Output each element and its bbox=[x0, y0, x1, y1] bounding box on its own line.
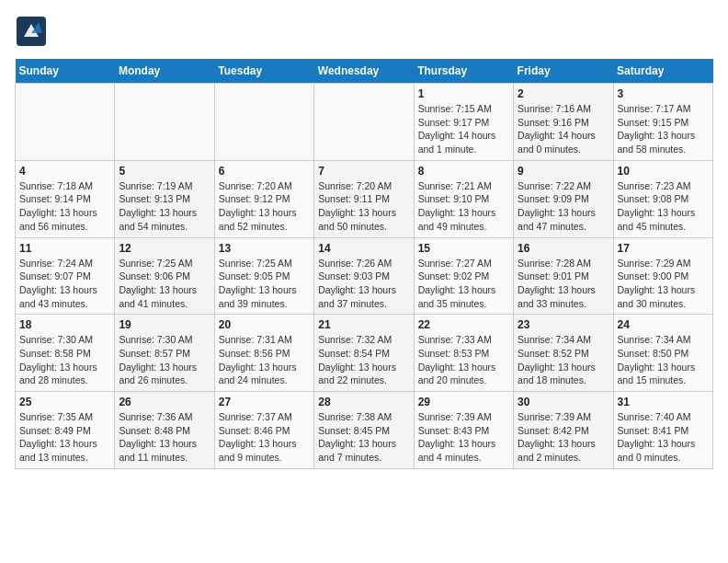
day-number: 11 bbox=[19, 242, 110, 255]
day-number: 15 bbox=[418, 242, 509, 255]
day-number: 18 bbox=[19, 318, 110, 331]
day-info: Sunrise: 7:17 AM Sunset: 9:15 PM Dayligh… bbox=[618, 102, 709, 156]
day-info: Sunrise: 7:37 AM Sunset: 8:46 PM Dayligh… bbox=[219, 410, 310, 465]
calendar-cell: 27Sunrise: 7:37 AM Sunset: 8:46 PM Dayli… bbox=[214, 392, 313, 469]
calendar-cell: 2Sunrise: 7:16 AM Sunset: 9:16 PM Daylig… bbox=[514, 84, 613, 161]
calendar-cell: 1Sunrise: 7:15 AM Sunset: 9:17 PM Daylig… bbox=[414, 84, 513, 161]
calendar-cell: 30Sunrise: 7:39 AM Sunset: 8:42 PM Dayli… bbox=[514, 392, 613, 469]
day-number: 10 bbox=[618, 165, 709, 178]
day-number: 31 bbox=[618, 396, 709, 408]
calendar-cell bbox=[214, 84, 313, 161]
day-number: 29 bbox=[418, 396, 509, 408]
calendar-cell: 10Sunrise: 7:23 AM Sunset: 9:08 PM Dayli… bbox=[613, 160, 712, 237]
day-info: Sunrise: 7:27 AM Sunset: 9:02 PM Dayligh… bbox=[418, 257, 509, 311]
day-info: Sunrise: 7:20 AM Sunset: 9:12 PM Dayligh… bbox=[219, 179, 310, 234]
day-info: Sunrise: 7:30 AM Sunset: 8:58 PM Dayligh… bbox=[19, 333, 110, 387]
day-number: 14 bbox=[318, 242, 409, 255]
day-number: 8 bbox=[418, 165, 509, 178]
weekday-header-wednesday: Wednesday bbox=[314, 59, 414, 84]
day-info: Sunrise: 7:33 AM Sunset: 8:53 PM Dayligh… bbox=[418, 333, 509, 387]
day-number: 12 bbox=[119, 242, 210, 255]
day-number: 21 bbox=[318, 318, 409, 331]
calendar-cell bbox=[115, 84, 214, 161]
day-number: 19 bbox=[119, 318, 210, 331]
calendar-cell: 20Sunrise: 7:31 AM Sunset: 8:56 PM Dayli… bbox=[214, 315, 313, 392]
calendar-cell: 21Sunrise: 7:32 AM Sunset: 8:54 PM Dayli… bbox=[314, 315, 414, 392]
calendar-cell: 28Sunrise: 7:38 AM Sunset: 8:45 PM Dayli… bbox=[314, 392, 414, 469]
calendar-cell: 5Sunrise: 7:19 AM Sunset: 9:13 PM Daylig… bbox=[115, 160, 214, 237]
day-number: 26 bbox=[119, 396, 210, 408]
day-number: 1 bbox=[418, 87, 509, 100]
weekday-header-friday: Friday bbox=[514, 59, 613, 84]
calendar-cell: 7Sunrise: 7:20 AM Sunset: 9:11 PM Daylig… bbox=[314, 160, 414, 237]
calendar-cell: 6Sunrise: 7:20 AM Sunset: 9:12 PM Daylig… bbox=[214, 160, 313, 237]
day-info: Sunrise: 7:26 AM Sunset: 9:03 PM Dayligh… bbox=[318, 257, 409, 311]
day-number: 3 bbox=[618, 87, 709, 100]
week-row-1: 1Sunrise: 7:15 AM Sunset: 9:17 PM Daylig… bbox=[16, 84, 713, 161]
weekday-header-thursday: Thursday bbox=[414, 59, 513, 84]
day-info: Sunrise: 7:34 AM Sunset: 8:52 PM Dayligh… bbox=[518, 333, 609, 387]
calendar-table: SundayMondayTuesdayWednesdayThursdayFrid… bbox=[15, 59, 713, 469]
day-number: 6 bbox=[219, 165, 310, 178]
day-info: Sunrise: 7:22 AM Sunset: 9:09 PM Dayligh… bbox=[518, 179, 609, 234]
day-number: 17 bbox=[618, 242, 709, 255]
day-number: 2 bbox=[518, 87, 609, 100]
day-info: Sunrise: 7:31 AM Sunset: 8:56 PM Dayligh… bbox=[219, 333, 310, 387]
day-info: Sunrise: 7:21 AM Sunset: 9:10 PM Dayligh… bbox=[418, 179, 509, 234]
calendar-cell: 3Sunrise: 7:17 AM Sunset: 9:15 PM Daylig… bbox=[613, 84, 712, 161]
logo-icon bbox=[15, 15, 48, 48]
day-info: Sunrise: 7:20 AM Sunset: 9:11 PM Dayligh… bbox=[318, 179, 409, 234]
calendar-cell: 13Sunrise: 7:25 AM Sunset: 9:05 PM Dayli… bbox=[214, 237, 313, 315]
calendar-cell: 14Sunrise: 7:26 AM Sunset: 9:03 PM Dayli… bbox=[314, 237, 414, 315]
day-info: Sunrise: 7:24 AM Sunset: 9:07 PM Dayligh… bbox=[19, 257, 110, 311]
day-info: Sunrise: 7:38 AM Sunset: 8:45 PM Dayligh… bbox=[318, 410, 409, 465]
day-info: Sunrise: 7:19 AM Sunset: 9:13 PM Dayligh… bbox=[119, 179, 210, 234]
week-row-3: 11Sunrise: 7:24 AM Sunset: 9:07 PM Dayli… bbox=[16, 237, 713, 315]
calendar-cell: 22Sunrise: 7:33 AM Sunset: 8:53 PM Dayli… bbox=[414, 315, 513, 392]
calendar-cell: 4Sunrise: 7:18 AM Sunset: 9:14 PM Daylig… bbox=[16, 160, 115, 237]
day-number: 23 bbox=[518, 318, 609, 331]
calendar-cell: 17Sunrise: 7:29 AM Sunset: 9:00 PM Dayli… bbox=[613, 237, 712, 315]
day-number: 7 bbox=[318, 165, 409, 178]
day-number: 20 bbox=[219, 318, 310, 331]
day-info: Sunrise: 7:32 AM Sunset: 8:54 PM Dayligh… bbox=[318, 333, 409, 387]
day-number: 30 bbox=[518, 396, 609, 408]
day-info: Sunrise: 7:34 AM Sunset: 8:50 PM Dayligh… bbox=[618, 333, 709, 387]
day-info: Sunrise: 7:39 AM Sunset: 8:43 PM Dayligh… bbox=[418, 410, 509, 465]
day-info: Sunrise: 7:18 AM Sunset: 9:14 PM Dayligh… bbox=[19, 179, 110, 234]
day-info: Sunrise: 7:29 AM Sunset: 9:00 PM Dayligh… bbox=[618, 257, 709, 311]
day-number: 9 bbox=[518, 165, 609, 178]
weekday-header-sunday: Sunday bbox=[16, 59, 115, 84]
calendar-cell: 9Sunrise: 7:22 AM Sunset: 9:09 PM Daylig… bbox=[514, 160, 613, 237]
calendar-cell: 16Sunrise: 7:28 AM Sunset: 9:01 PM Dayli… bbox=[514, 237, 613, 315]
day-number: 22 bbox=[418, 318, 509, 331]
logo bbox=[15, 15, 51, 48]
day-info: Sunrise: 7:40 AM Sunset: 8:41 PM Dayligh… bbox=[618, 410, 709, 465]
calendar-cell: 12Sunrise: 7:25 AM Sunset: 9:06 PM Dayli… bbox=[115, 237, 214, 315]
day-number: 5 bbox=[119, 165, 210, 178]
calendar-cell: 18Sunrise: 7:30 AM Sunset: 8:58 PM Dayli… bbox=[16, 315, 115, 392]
week-row-5: 25Sunrise: 7:35 AM Sunset: 8:49 PM Dayli… bbox=[16, 392, 713, 469]
header bbox=[15, 15, 713, 48]
weekday-header-saturday: Saturday bbox=[613, 59, 712, 84]
day-info: Sunrise: 7:25 AM Sunset: 9:05 PM Dayligh… bbox=[219, 257, 310, 311]
calendar-cell: 11Sunrise: 7:24 AM Sunset: 9:07 PM Dayli… bbox=[16, 237, 115, 315]
day-number: 4 bbox=[19, 165, 110, 178]
calendar-cell: 15Sunrise: 7:27 AM Sunset: 9:02 PM Dayli… bbox=[414, 237, 513, 315]
week-row-4: 18Sunrise: 7:30 AM Sunset: 8:58 PM Dayli… bbox=[16, 315, 713, 392]
week-row-2: 4Sunrise: 7:18 AM Sunset: 9:14 PM Daylig… bbox=[16, 160, 713, 237]
day-info: Sunrise: 7:16 AM Sunset: 9:16 PM Dayligh… bbox=[518, 102, 609, 156]
day-number: 13 bbox=[219, 242, 310, 255]
day-number: 16 bbox=[518, 242, 609, 255]
weekday-header-row: SundayMondayTuesdayWednesdayThursdayFrid… bbox=[16, 59, 713, 84]
day-info: Sunrise: 7:28 AM Sunset: 9:01 PM Dayligh… bbox=[518, 257, 609, 311]
day-number: 28 bbox=[318, 396, 409, 408]
day-number: 24 bbox=[618, 318, 709, 331]
day-info: Sunrise: 7:15 AM Sunset: 9:17 PM Dayligh… bbox=[418, 102, 509, 156]
calendar-cell: 31Sunrise: 7:40 AM Sunset: 8:41 PM Dayli… bbox=[613, 392, 712, 469]
day-info: Sunrise: 7:35 AM Sunset: 8:49 PM Dayligh… bbox=[19, 410, 110, 465]
calendar-cell: 23Sunrise: 7:34 AM Sunset: 8:52 PM Dayli… bbox=[514, 315, 613, 392]
day-info: Sunrise: 7:25 AM Sunset: 9:06 PM Dayligh… bbox=[119, 257, 210, 311]
calendar-cell: 25Sunrise: 7:35 AM Sunset: 8:49 PM Dayli… bbox=[16, 392, 115, 469]
day-number: 25 bbox=[19, 396, 110, 408]
